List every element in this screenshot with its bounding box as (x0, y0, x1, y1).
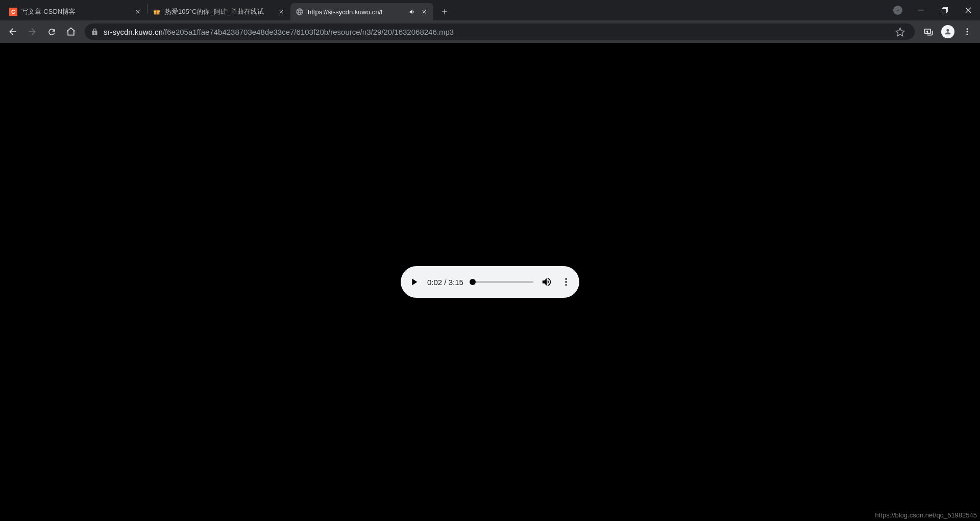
chrome-menu-button[interactable] (959, 23, 976, 40)
window-minimize-button[interactable] (910, 2, 933, 18)
tab-close-button[interactable] (277, 8, 285, 16)
nav-forward-button[interactable] (23, 23, 41, 40)
url-host: sr-sycdn.kuwo.cn (104, 28, 163, 36)
tab-audio-icon[interactable] (409, 8, 416, 15)
tab-title: 热爱105°C的你_阿肆_单曲在线试 (165, 7, 273, 16)
url-path: /f6e205a1ffae74b4238703e48de33ce7/6103f2… (163, 28, 454, 36)
play-button[interactable] (408, 276, 420, 288)
tab-close-button[interactable] (134, 8, 142, 16)
nav-back-button[interactable] (4, 23, 21, 40)
tab-strip: C 写文章-CSDN博客 热爱105°C的你_阿肆_单曲在线试 https://… (0, 0, 980, 20)
url-text: sr-sycdn.kuwo.cn/f6e205a1ffae74b4238703e… (104, 28, 454, 36)
seek-bar[interactable] (471, 281, 533, 283)
tab-kuwo-song[interactable]: 热爱105°C的你_阿肆_单曲在线试 (148, 3, 290, 20)
svg-point-12 (565, 284, 567, 286)
svg-point-7 (967, 28, 968, 30)
nav-reload-button[interactable] (43, 23, 60, 40)
globe-favicon-icon (296, 8, 304, 16)
window-close-button[interactable] (957, 2, 980, 18)
tab-audio-active[interactable]: https://sr-sycdn.kuwo.cn/f (290, 3, 433, 20)
audio-player: 0:02 / 3:15 (401, 266, 579, 298)
address-bar[interactable]: sr-sycdn.kuwo.cn/f6e205a1ffae74b4238703e… (85, 23, 915, 40)
player-menu-button[interactable] (560, 276, 572, 288)
tab-csdn[interactable]: C 写文章-CSDN博客 (4, 3, 147, 20)
lock-icon[interactable] (91, 28, 99, 36)
svg-rect-3 (918, 10, 924, 10)
csdn-favicon-icon: C (9, 8, 17, 16)
new-tab-button[interactable] (437, 5, 452, 19)
time-display: 0:02 / 3:15 (427, 278, 463, 287)
current-time: 0:02 (427, 278, 442, 287)
svg-rect-5 (942, 9, 947, 13)
toolbar: sr-sycdn.kuwo.cn/f6e205a1ffae74b4238703e… (0, 20, 980, 43)
watermark-text: https://blog.csdn.net/qq_51982545 (875, 511, 977, 519)
page-content: 0:02 / 3:15 https://blog.csdn.net/qq_519… (0, 43, 980, 521)
total-duration: 3:15 (449, 278, 463, 287)
extension-indicator-icon[interactable] (886, 2, 910, 18)
window-controls (886, 0, 980, 20)
bookmark-star-button[interactable] (891, 23, 909, 40)
svg-point-10 (565, 278, 567, 280)
nav-home-button[interactable] (62, 23, 80, 40)
window-maximize-button[interactable] (933, 2, 957, 18)
volume-button[interactable] (541, 276, 553, 288)
tab-title: 写文章-CSDN博客 (21, 7, 130, 16)
gift-favicon-icon (153, 8, 161, 16)
svg-point-9 (967, 34, 968, 35)
svg-point-11 (565, 281, 567, 282)
avatar-icon (941, 25, 954, 38)
tab-close-button[interactable] (420, 8, 428, 16)
svg-point-8 (967, 31, 968, 33)
svg-rect-2 (156, 10, 157, 14)
profile-button[interactable] (939, 23, 957, 40)
seek-knob[interactable] (470, 279, 476, 285)
media-control-button[interactable] (920, 23, 937, 40)
tab-title: https://sr-sycdn.kuwo.cn/f (308, 8, 405, 16)
